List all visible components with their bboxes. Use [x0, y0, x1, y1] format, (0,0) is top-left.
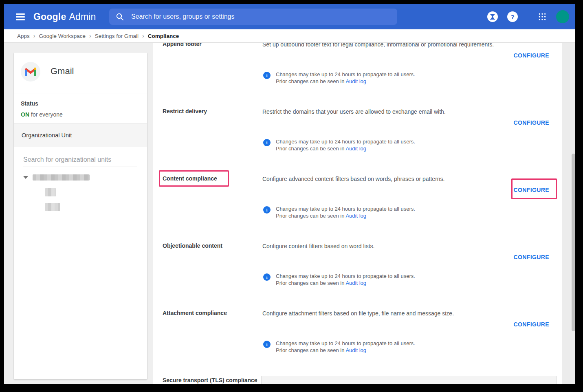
search-icon	[116, 13, 124, 21]
breadcrumb-item-settings-for-gmail[interactable]: Settings for Gmail	[95, 33, 139, 39]
row-description: Restrict the domains that your users are…	[262, 108, 515, 115]
admin-console-window: Google Admin Search for users, groups or…	[4, 4, 575, 384]
org-unit-label: Organizational Unit	[22, 132, 72, 139]
org-unit-search-input[interactable]: Search for organizational units	[23, 156, 137, 167]
info-icon: i	[263, 72, 271, 79]
breadcrumb-current-compliance: Compliance	[148, 33, 179, 39]
audit-log-link[interactable]: Audit log	[345, 145, 366, 152]
apps-grid-button[interactable]	[537, 11, 548, 22]
row-description: Configure advanced content filters based…	[262, 175, 515, 183]
configure-button[interactable]: CONFIGURE	[513, 119, 549, 126]
org-unit-child-redacted[interactable]	[45, 188, 56, 196]
chevron-down-icon[interactable]	[23, 176, 28, 179]
google-admin-logo: Google Admin	[33, 4, 96, 29]
chevron-right-icon: ›	[142, 33, 144, 39]
chevron-right-icon: ›	[33, 33, 35, 39]
gmail-service-card: Gmail Status ONfor everyone Organization…	[14, 53, 147, 379]
row-title: Secure transport (TLS) compliance	[163, 377, 268, 384]
tasks-button[interactable]	[487, 11, 498, 22]
note-line-1: Changes may take up to 24 hours to propa…	[276, 138, 415, 145]
note-line-2: Prior changes can be seen inAudit log	[276, 212, 415, 219]
row-title: Restrict delivery	[163, 108, 266, 115]
service-title: Gmail	[51, 66, 74, 77]
org-unit-section-header: Organizational Unit	[14, 123, 147, 147]
logo-google: Google	[33, 11, 66, 22]
status-on-badge: ON	[21, 111, 29, 118]
setting-row-tls-compliance: Secure transport (TLS) compliance	[153, 377, 562, 384]
hamburger-menu-button[interactable]	[15, 11, 26, 22]
setting-row-append-footer: Append footer Set up outbound footer tex…	[153, 43, 562, 108]
org-unit-child-redacted[interactable]	[45, 203, 60, 211]
content-area: Gmail Status ONfor everyone Organization…	[4, 43, 575, 384]
breadcrumb-item-apps[interactable]: Apps	[17, 33, 30, 39]
propagation-note: i Changes may take up to 24 hours to pro…	[263, 273, 415, 286]
note-line-1: Changes may take up to 24 hours to propa…	[276, 71, 415, 78]
configure-button[interactable]: CONFIGURE	[513, 187, 549, 193]
org-unit-root-redacted[interactable]	[33, 174, 90, 181]
topbar: Google Admin Search for users, groups or…	[4, 4, 575, 29]
card-header: Gmail	[14, 53, 147, 93]
note-line-2: Prior changes can be seen inAudit log	[276, 280, 415, 286]
hamburger-icon	[16, 13, 25, 15]
row-description: Configure attachment filters based on fi…	[262, 310, 515, 317]
help-button[interactable]: ?	[507, 11, 518, 22]
row-title: Append footer	[163, 43, 266, 48]
breadcrumb: Apps › Google Workspace › Settings for G…	[4, 29, 575, 43]
note-line-2: Prior changes can be seen inAudit log	[276, 347, 415, 354]
info-icon: i	[263, 341, 271, 348]
row-description: Configure content filters based on word …	[262, 242, 515, 250]
setting-row-objectionable-content: Objectionable content Configure content …	[153, 242, 562, 310]
audit-log-link[interactable]: Audit log	[345, 280, 366, 286]
audit-log-link[interactable]: Audit log	[345, 347, 366, 353]
chevron-right-icon: ›	[89, 33, 91, 39]
audit-log-link[interactable]: Audit log	[345, 213, 366, 219]
propagation-note: i Changes may take up to 24 hours to pro…	[263, 71, 415, 85]
propagation-note: i Changes may take up to 24 hours to pro…	[263, 205, 415, 219]
question-icon: ?	[510, 13, 514, 20]
breadcrumb-item-google-workspace[interactable]: Google Workspace	[39, 33, 86, 39]
row-title: Attachment compliance	[163, 310, 266, 317]
configure-button[interactable]: CONFIGURE	[513, 321, 549, 328]
note-line-2: Prior changes can be seen inAudit log	[276, 78, 415, 85]
row-title: Content compliance	[163, 175, 266, 182]
tls-setting-panel	[261, 376, 557, 384]
search-input[interactable]: Search for users, groups or settings	[109, 9, 397, 25]
configure-button[interactable]: CONFIGURE	[513, 52, 549, 59]
scrollbar-track[interactable]	[562, 43, 575, 384]
configure-button[interactable]: CONFIGURE	[513, 254, 549, 260]
row-description: Set up outbound footer text for legal co…	[262, 43, 515, 48]
setting-row-restrict-delivery: Restrict delivery Restrict the domains t…	[153, 108, 562, 175]
note-line-1: Changes may take up to 24 hours to propa…	[276, 340, 415, 347]
audit-log-link[interactable]: Audit log	[345, 78, 366, 84]
setting-row-content-compliance: Content compliance Configure advanced co…	[153, 175, 562, 242]
scrollbar-thumb[interactable]	[572, 154, 575, 331]
hourglass-icon	[490, 14, 495, 20]
note-line-2: Prior changes can be seen inAudit log	[276, 145, 415, 152]
status-label: Status	[21, 100, 38, 107]
info-icon: i	[263, 139, 271, 146]
search-placeholder: Search for users, groups or settings	[131, 13, 234, 20]
account-avatar[interactable]	[556, 10, 569, 23]
status-value: ONfor everyone	[21, 111, 63, 118]
apps-grid-icon	[538, 13, 546, 21]
note-line-1: Changes may take up to 24 hours to propa…	[276, 205, 415, 212]
note-line-1: Changes may take up to 24 hours to propa…	[276, 273, 415, 280]
setting-row-attachment-compliance: Attachment compliance Configure attachme…	[153, 310, 562, 377]
row-title: Objectionable content	[163, 242, 266, 249]
gmail-logo-icon	[21, 62, 40, 81]
logo-admin: Admin	[69, 11, 96, 22]
info-icon: i	[263, 273, 271, 281]
info-icon: i	[263, 206, 271, 214]
propagation-note: i Changes may take up to 24 hours to pro…	[263, 340, 415, 354]
propagation-note: i Changes may take up to 24 hours to pro…	[263, 138, 415, 152]
compliance-settings-panel: Append footer Set up outbound footer tex…	[153, 43, 562, 384]
